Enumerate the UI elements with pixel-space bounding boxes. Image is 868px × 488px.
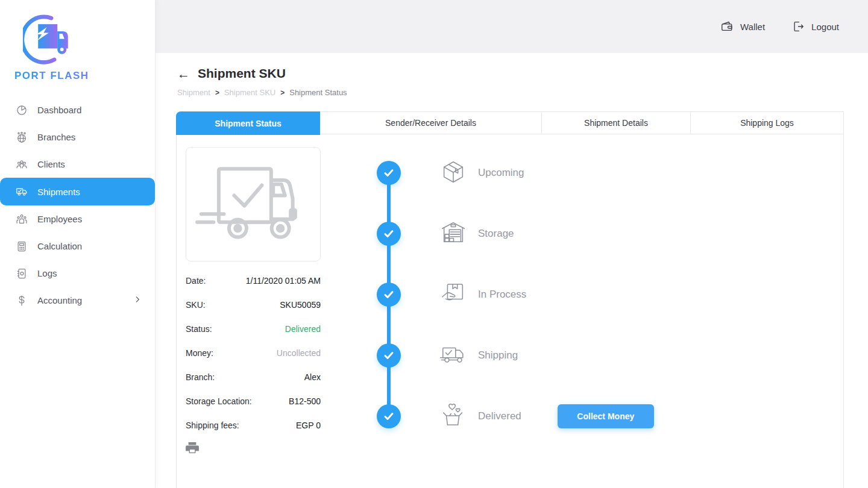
wallet-icon [720,20,734,33]
print-button[interactable] [186,442,321,457]
sidebar-item-label: Shipments [37,187,80,197]
check-circle-icon [377,222,401,246]
detail-value: Alex [304,372,321,382]
stage-storage: Storage [377,222,654,246]
stage-delivered: Delivered Collect Money [377,404,654,428]
check-circle-icon [377,404,401,428]
brand-name: PORT FLASH [14,70,155,82]
detail-row-storage-location: Storage Location: B12-500 [186,389,321,413]
detail-label: Shipping fees: [186,421,239,430]
detail-value: EGP 0 [296,421,321,430]
wallet-label: Wallet [740,22,765,32]
port-flash-truck-logo-icon [23,14,74,66]
check-circle-icon [377,283,401,307]
detail-label: Branch: [186,372,215,382]
printer-icon [186,442,199,454]
sidebar-item-branches[interactable]: Branches [0,124,155,151]
logout-label: Logout [811,22,839,32]
detail-row-shipping-fees: Shipping fees: EGP 0 [186,413,321,437]
sidebar-nav: Dashboard Branches Clients Shipments Emp… [0,96,155,314]
sidebar: PORT FLASH Dashboard Branches Clients Sh… [0,0,155,488]
breadcrumb-item[interactable]: Shipment [177,88,210,97]
detail-row-money: Money: Uncollected [186,341,321,365]
sidebar-item-employees[interactable]: Employees [0,205,155,233]
detail-row-sku: SKU: SKU50059 [186,293,321,317]
shipment-summary: Date: 1/11/2020 01:05 AM SKU: SKU50059 S… [186,147,321,457]
stage-upcoming: Upcoming [377,161,654,185]
breadcrumb-separator: > [215,89,219,97]
logs-icon [16,267,28,280]
breadcrumb-item[interactable]: Shipment SKU [224,88,275,97]
detail-row-status: Status: Delivered [186,317,321,341]
detail-label: Storage Location: [186,396,252,406]
money-status: Uncollected [277,348,321,358]
accounting-icon [16,295,28,307]
sidebar-item-shipments[interactable]: Shipments [0,178,155,205]
detail-value: 1/11/2020 01:05 AM [246,276,321,286]
sidebar-item-label: Branches [37,132,75,142]
tab-shipment-details[interactable]: Shipment Details [542,112,691,134]
shipment-details-list: Date: 1/11/2020 01:05 AM SKU: SKU50059 S… [186,269,321,437]
back-arrow-icon[interactable]: ← [177,67,190,80]
page-head: ← Shipment SKU [177,66,868,81]
topbar: Wallet Logout [155,0,868,53]
sidebar-item-clients[interactable]: Clients [0,151,155,178]
shipment-image-placeholder [186,147,321,261]
detail-label: Date: [186,276,206,286]
sidebar-item-label: Calculation [37,241,82,251]
detail-label: Status: [186,324,212,334]
sidebar-item-label: Accounting [37,295,82,305]
detail-row-branch: Branch: Alex [186,365,321,389]
dashboard-icon [16,104,28,116]
status-badge: Delivered [285,324,321,334]
sidebar-item-calculation[interactable]: Calculation [0,233,155,260]
sidebar-item-label: Employees [37,214,82,224]
shipment-status-timeline: Upcoming Storage [377,147,654,457]
detail-value: B12-500 [289,396,321,406]
stage-label: In Process [478,289,526,301]
stage-label: Storage [478,228,514,240]
page-title: Shipment SKU [198,66,286,81]
main-content: ← Shipment SKU Shipment > Shipment SKU >… [155,53,868,488]
delivery-truck-icon [439,340,467,371]
sidebar-item-logs[interactable]: Logs [0,260,155,287]
stage-in-process: In Process [377,283,654,307]
sidebar-item-dashboard[interactable]: Dashboard [0,96,155,124]
stage-label: Delivered [478,410,521,422]
delivery-truck-placeholder-icon [194,160,312,248]
tab-content-shipment-status: Date: 1/11/2020 01:05 AM SKU: SKU50059 S… [177,134,843,457]
tab-sender-receiver-details[interactable]: Sender/Receiver Details [320,112,542,134]
shipments-icon [16,186,28,198]
sidebar-item-label: Logs [37,268,57,278]
detail-label: SKU: [186,300,206,310]
detail-label: Money: [186,348,213,358]
employees-icon [16,213,28,225]
breadcrumb-separator: > [280,89,285,97]
detail-value: SKU50059 [280,300,321,310]
sidebar-item-label: Clients [37,159,65,169]
sidebar-item-accounting[interactable]: Accounting [0,287,155,314]
breadcrumb: Shipment > Shipment SKU > Shipment Statu… [177,88,868,97]
tab-bar: Shipment Status Sender/Receiver Details … [177,112,843,134]
breadcrumb-item-current: Shipment Status [289,88,347,97]
tab-shipping-logs[interactable]: Shipping Logs [691,112,843,134]
stage-shipping: Shipping [377,343,654,368]
stage-label: Upcoming [478,167,524,179]
stage-label: Shipping [478,349,518,361]
tab-shipment-status[interactable]: Shipment Status [176,111,320,135]
check-circle-icon [377,343,401,368]
warehouse-icon [439,219,467,249]
brand-logo: PORT FLASH [0,0,155,82]
logout-button[interactable]: Logout [791,20,839,33]
clients-icon [16,158,28,170]
detail-row-date: Date: 1/11/2020 01:05 AM [186,269,321,293]
collect-money-button[interactable]: Collect Money [558,404,654,428]
package-box-icon [439,158,467,188]
calculation-icon [16,240,28,252]
check-circle-icon [377,161,401,185]
logout-icon [791,20,805,33]
branches-icon [16,131,28,143]
chevron-right-icon [133,295,142,305]
wallet-button[interactable]: Wallet [720,20,765,33]
sidebar-item-label: Dashboard [37,105,81,115]
